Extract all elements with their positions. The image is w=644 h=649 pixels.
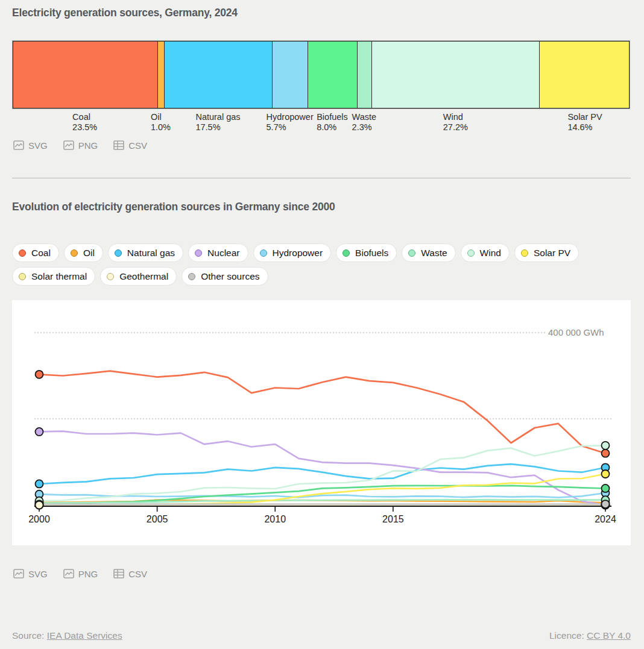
export-button-label: SVG [28,569,48,579]
legend-dot-solar-thermal [19,273,26,280]
series-line-wind[interactable] [39,445,605,501]
source-link[interactable]: IEA Data Services [47,630,122,641]
licence-text: Licence: CC BY 4.0 [549,630,631,641]
bar-label-name: Waste [352,112,377,122]
bar-label-value: 17.5% [195,122,240,133]
x-tick-label-2015: 2015 [382,514,404,524]
marker-natural-gas-2000[interactable] [36,480,43,488]
stacked-bar-labels: Coal23.5%Oil1.0%Natural gas17.5%Hydropow… [12,112,630,134]
legend-dot-oil [71,249,78,257]
marker-nuclear-2000[interactable] [36,428,43,436]
bar-segment-wind[interactable] [371,41,539,108]
legend-dot-natural-gas [115,249,122,257]
export-button-label: SVG [28,140,48,151]
legend-label: Coal [31,248,51,259]
legend-label: Natural gas [127,248,175,259]
line-chart-card[interactable]: 400 000 GWh20002005201020152024 [12,300,631,545]
stacked-bar [12,40,630,109]
source-text: Source: IEA Data Services [12,630,122,641]
marker-biofuels-2024[interactable] [602,484,610,492]
export-png-button[interactable]: PNG [63,569,98,579]
line-chart[interactable]: 400 000 GWh20002005201020152024 [12,300,631,545]
legend-label: Other sources [201,271,259,282]
marker-coal-2000[interactable] [36,371,43,378]
bar-label-name: Wind [443,112,468,122]
legend-item-wind[interactable]: Wind [461,243,510,262]
export-svg-button[interactable]: SVG [13,569,48,579]
x-tick-label-2005: 2005 [147,514,168,524]
legend-label: Geothermal [119,271,168,282]
marker-solar-pv-2024[interactable] [602,470,610,478]
legend-item-solar-thermal[interactable]: Solar thermal [12,267,95,286]
legend-label: Solar thermal [31,271,87,282]
bar-label-name: Biofuels [317,112,348,122]
source-label: Source: [12,630,44,641]
export-button-label: CSV [128,140,147,151]
gridline-label: 400 000 GWh [548,327,604,337]
bar-segment-waste[interactable] [357,41,372,108]
bar-label-biofuels: Biofuels8.0% [317,112,348,133]
legend-dot-geothermal [107,273,114,280]
marker-geothermal-2000[interactable] [36,501,43,509]
legend-item-geothermal[interactable]: Geothermal [100,267,177,286]
bar-label-wind: Wind27.2% [443,112,468,133]
export-csv-button[interactable]: CSV [113,140,147,151]
bar-label-hydropower: Hydropower5.7% [267,112,314,133]
legend-item-waste[interactable]: Waste [402,243,455,262]
bar-label-value: 5.7% [267,122,314,133]
legend-label: Nuclear [207,248,239,259]
export-csv-button[interactable]: CSV [113,569,147,579]
image-icon [63,569,74,578]
chart-legend: CoalOilNatural gasNuclearHydropowerBiofu… [12,243,634,286]
bar-label-value: 14.6% [567,122,602,133]
image-icon [13,140,24,150]
legend-dot-coal [19,249,26,257]
legend-item-natural-gas[interactable]: Natural gas [108,243,183,262]
legend-dot-hydropower [260,249,267,257]
legend-item-biofuels[interactable]: Biofuels [336,243,397,262]
export-png-button[interactable]: PNG [63,140,98,151]
series-line-natural-gas[interactable] [39,464,605,484]
licence-label: Licence: [549,630,584,641]
bar-label-value: 8.0% [317,122,348,133]
export-svg-button[interactable]: SVG [13,140,48,151]
legend-item-oil[interactable]: Oil [64,243,103,262]
bar-label-coal: Coal23.5% [72,112,97,133]
export-button-label: PNG [78,569,98,579]
page-title: Electricity generation sources, Germany,… [12,7,238,19]
bar-label-name: Hydropower [267,112,314,122]
legend-item-hydropower[interactable]: Hydropower [253,243,332,262]
bar-label-name: Natural gas [195,112,240,122]
bar-segment-hydropower[interactable] [272,41,308,108]
bar-label-name: Coal [72,112,97,122]
series-line-coal[interactable] [39,371,605,454]
legend-dot-biofuels [343,249,350,257]
bar-label-value: 23.5% [72,122,97,133]
x-tick-label-2024: 2024 [595,514,616,524]
bar-segment-natural-gas[interactable] [164,41,273,108]
marker-wind-2024[interactable] [602,442,610,450]
legend-item-other-sources[interactable]: Other sources [182,267,268,286]
x-tick-label-2000: 2000 [28,514,50,524]
image-icon [63,140,74,150]
bar-label-solar-pv: Solar PV14.6% [567,112,602,133]
table-icon [113,569,124,578]
licence-link[interactable]: CC BY 4.0 [587,630,631,641]
section-title: Evolution of electricity generation sour… [12,201,335,213]
bar-label-name: Oil [151,112,171,122]
x-tick-label-2010: 2010 [264,514,286,524]
legend-item-coal[interactable]: Coal [12,243,59,262]
legend-label: Biofuels [355,248,388,259]
bar-segment-solar-pv[interactable] [539,41,630,108]
marker-other-sources-2024[interactable] [602,500,610,508]
bar-segment-biofuels[interactable] [308,41,358,108]
marker-coal-2024[interactable] [602,450,610,457]
bar-segment-coal[interactable] [13,41,158,108]
legend-item-nuclear[interactable]: Nuclear [188,243,248,262]
legend-label: Wind [480,248,501,259]
legend-item-solar-pv[interactable]: Solar PV [514,243,579,262]
section-divider [12,178,631,178]
legend-dot-other-sources [188,273,195,280]
export-button-label: PNG [78,140,98,151]
legend-dot-waste [408,249,415,257]
